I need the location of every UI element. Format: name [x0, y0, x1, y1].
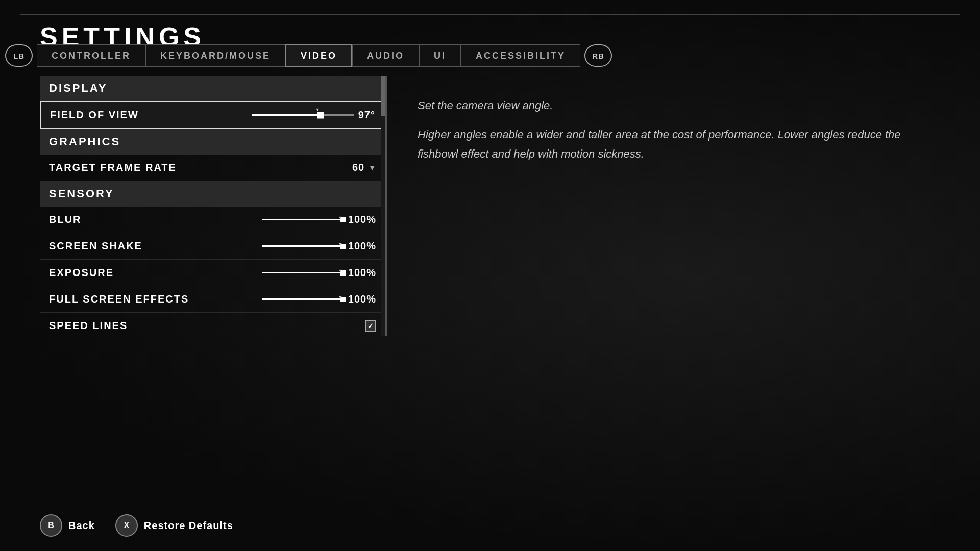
field-of-view-slider[interactable]: ▼: [252, 110, 354, 120]
section-header-sensory: SENSORY: [40, 181, 385, 207]
setting-row-target-frame-rate[interactable]: TARGET FRAME RATE 60 ▼: [40, 155, 385, 181]
setting-row-screen-shake[interactable]: SCREEN SHAKE ▼ 100%: [40, 233, 385, 260]
tab-keyboard-mouse[interactable]: KEYBOARD/MOUSE: [145, 44, 285, 67]
nav-tabs: CONTROLLER KEYBOARD/MOUSE VIDEO AUDIO UI…: [37, 44, 580, 67]
description-line2: Higher angles enable a wider and taller …: [418, 125, 930, 163]
setting-row-speed-lines[interactable]: SPEED LINES ✓: [40, 313, 385, 336]
field-of-view-label: FIELD OF VIEW: [50, 109, 139, 121]
blur-label: BLUR: [49, 214, 82, 226]
checkbox-check-icon: ✓: [368, 322, 374, 330]
target-frame-rate-label: TARGET FRAME RATE: [49, 162, 177, 173]
target-frame-rate-value: 60 ▼: [352, 162, 376, 173]
tab-ui[interactable]: UI: [419, 44, 461, 67]
left-bumper-button[interactable]: LB: [5, 44, 33, 67]
scrollbar-thumb[interactable]: [381, 76, 385, 116]
speed-lines-label: SPEED LINES: [49, 320, 128, 332]
content-area: DISPLAY FIELD OF VIEW ▼: [40, 76, 940, 510]
exposure-slider[interactable]: ▼: [262, 272, 344, 273]
setting-row-field-of-view[interactable]: FIELD OF VIEW ▼: [40, 101, 385, 129]
setting-row-blur[interactable]: BLUR ▼ 100%: [40, 207, 385, 233]
screen-shake-track: ▼: [262, 245, 344, 247]
speed-lines-value: ✓: [365, 320, 376, 332]
full-screen-effects-arrow: ▼: [338, 295, 343, 300]
right-bumper-button[interactable]: RB: [584, 44, 612, 67]
screen-shake-value: ▼ 100%: [262, 240, 376, 252]
screen-shake-label: SCREEN SHAKE: [49, 240, 142, 252]
back-button-label: Back: [68, 520, 95, 532]
field-of-view-display-value: 97°: [358, 109, 375, 121]
blur-fill: [262, 219, 342, 220]
restore-button-circle[interactable]: X: [115, 514, 138, 537]
speed-lines-checkbox[interactable]: ✓: [365, 320, 376, 332]
tab-audio[interactable]: AUDIO: [352, 44, 419, 67]
exposure-value: ▼ 100%: [262, 267, 376, 279]
fov-thumb[interactable]: [317, 112, 324, 118]
description-line1: Set the camera view angle.: [418, 96, 930, 115]
screen-shake-fill: [262, 245, 342, 247]
top-border: [20, 14, 960, 15]
bottom-bar: B Back X Restore Defaults: [40, 514, 940, 537]
description-text: Set the camera view angle. Higher angles…: [418, 96, 930, 163]
blur-value: ▼ 100%: [262, 214, 376, 226]
full-screen-effects-label: FULL SCREEN EFFECTS: [49, 293, 189, 305]
back-action[interactable]: B Back: [40, 514, 95, 537]
section-header-display: DISPLAY: [40, 76, 385, 101]
tab-video[interactable]: VIDEO: [285, 44, 352, 67]
settings-scroll-container: DISPLAY FIELD OF VIEW ▼: [40, 76, 387, 336]
setting-row-full-screen-effects[interactable]: FULL SCREEN EFFECTS ▼ 100%: [40, 286, 385, 313]
exposure-track: ▼: [262, 272, 344, 273]
exposure-arrow: ▼: [338, 268, 343, 273]
nav-bar: LB CONTROLLER KEYBOARD/MOUSE VIDEO AUDIO…: [0, 42, 980, 69]
screen-shake-display-value: 100%: [348, 240, 376, 252]
fov-fill: [252, 114, 318, 116]
full-screen-effects-display-value: 100%: [348, 293, 376, 305]
screen-shake-arrow: ▼: [338, 242, 343, 247]
screen-shake-slider[interactable]: ▼: [262, 245, 344, 247]
target-frame-rate-display: 60: [352, 162, 364, 173]
exposure-fill: [262, 272, 342, 273]
full-screen-effects-track: ▼: [262, 298, 344, 300]
fov-slider-arrow-top: ▼: [315, 107, 321, 112]
restore-defaults-action[interactable]: X Restore Defaults: [115, 514, 233, 537]
blur-slider[interactable]: ▼: [262, 219, 344, 220]
section-header-graphics: GRAPHICS: [40, 129, 385, 155]
full-screen-effects-slider[interactable]: ▼: [262, 298, 344, 300]
setting-row-exposure[interactable]: EXPOSURE ▼ 100%: [40, 260, 385, 286]
settings-panel: DISPLAY FIELD OF VIEW ▼: [40, 76, 387, 510]
blur-track: ▼: [262, 219, 344, 220]
blur-arrow: ▼: [338, 215, 343, 220]
full-screen-effects-fill: [262, 298, 342, 300]
tab-accessibility[interactable]: ACCESSIBILITY: [461, 44, 580, 67]
restore-button-label: Restore Defaults: [144, 520, 233, 532]
tab-controller[interactable]: CONTROLLER: [37, 44, 145, 67]
exposure-label: EXPOSURE: [49, 267, 114, 279]
back-button-circle[interactable]: B: [40, 514, 62, 537]
target-frame-rate-arrow: ▼: [369, 164, 376, 172]
blur-display-value: 100%: [348, 214, 376, 226]
field-of-view-value: ▼ 97°: [252, 109, 375, 121]
exposure-display-value: 100%: [348, 267, 376, 279]
scrollbar[interactable]: [381, 76, 385, 336]
description-panel: Set the camera view angle. Higher angles…: [407, 76, 940, 510]
full-screen-effects-value: ▼ 100%: [262, 293, 376, 305]
fov-track: [252, 114, 354, 116]
